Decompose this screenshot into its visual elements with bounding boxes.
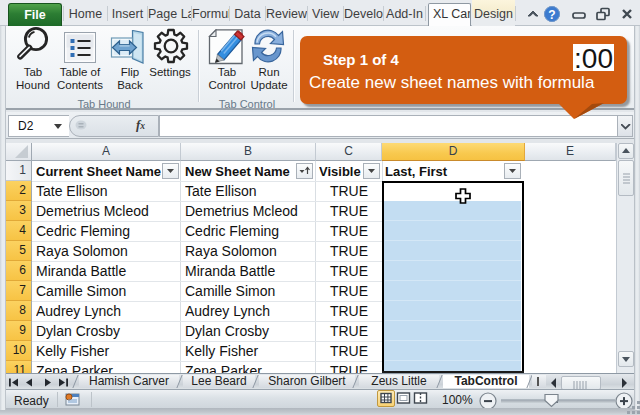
svg-text:?: ? — [548, 8, 555, 22]
